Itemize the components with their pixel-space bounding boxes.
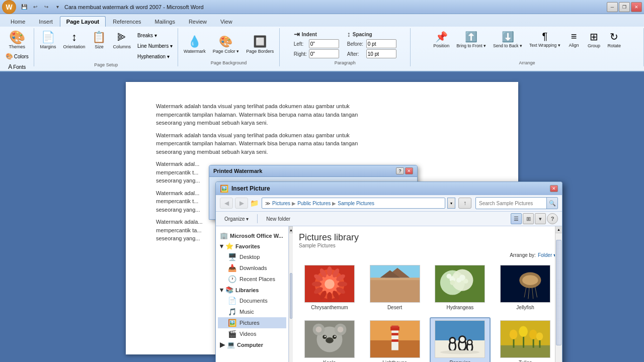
spacing-after-input[interactable]: [366, 49, 396, 58]
minimize-btn[interactable]: ─: [607, 2, 618, 12]
breadcrumb-dropdown-btn[interactable]: ▾: [447, 198, 455, 209]
watermark-close-btn[interactable]: ✕: [405, 167, 413, 174]
themes-icon: 🎨: [9, 31, 25, 44]
nav-back-btn[interactable]: ◀: [220, 198, 233, 209]
redo-quick-btn[interactable]: ↪: [41, 3, 51, 12]
page-color-btn[interactable]: 🎨 Page Color ▾: [210, 34, 242, 55]
file-lighthouse[interactable]: Lighthouse: [364, 317, 426, 362]
columns-icon: ⫸: [116, 31, 127, 44]
view-dropdown-btn[interactable]: ▾: [535, 213, 546, 224]
insert-picture-dialog[interactable]: 🖼️ Insert Picture ✕ ◀ ▶ 📁 ≫ Pictures ▶ P…: [215, 182, 562, 362]
file-hydrangeas[interactable]: Hydrangeas: [430, 262, 491, 313]
help-btn[interactable]: ?: [547, 213, 558, 224]
file-chrysanthemum[interactable]: Chrysanthemum: [299, 262, 360, 313]
ribbon-groups-row: 🎨 Themes 🎨 Colors A Fonts ✨ Effects: [0, 28, 644, 66]
nav-videos[interactable]: 🎬 Videos: [218, 328, 286, 339]
files-scroll-up[interactable]: ▲: [555, 226, 562, 233]
size-btn[interactable]: 📋 Size: [90, 29, 108, 51]
page-borders-btn[interactable]: 🔲 Page Borders: [244, 34, 276, 55]
search-btn[interactable]: 🔍: [546, 198, 557, 209]
insert-picture-close-btn[interactable]: ✕: [550, 185, 558, 192]
breadcrumb-public-pictures[interactable]: Public Pictures: [297, 201, 331, 206]
nav-downloads[interactable]: 📥 Downloads: [218, 262, 286, 274]
restore-btn[interactable]: ❐: [619, 2, 630, 12]
search-input[interactable]: [476, 198, 546, 208]
arrange-by-value[interactable]: Folder ▾: [538, 252, 556, 258]
themes-btn[interactable]: 🎨 Themes: [6, 29, 28, 51]
files-scrollbar[interactable]: ▲ ▼: [555, 226, 562, 362]
file-koala[interactable]: Koala: [299, 317, 360, 362]
position-btn[interactable]: 📌 Position: [431, 29, 452, 50]
tab-mailings[interactable]: Mailings: [148, 16, 182, 27]
file-jellyfish[interactable]: Jellyfish: [495, 262, 556, 313]
nav-libraries[interactable]: ▾ 📚 Libraries: [218, 285, 286, 295]
svg-rect-20: [370, 280, 420, 302]
view-details-btn[interactable]: ☰: [511, 213, 522, 224]
tab-insert[interactable]: Insert: [32, 16, 59, 27]
fonts-btn[interactable]: A Fonts: [6, 62, 28, 72]
group-btn[interactable]: ⊞ Group: [585, 29, 603, 50]
line-numbers-btn[interactable]: Line Numbers ▾: [135, 41, 175, 51]
svg-point-62: [451, 338, 455, 342]
office-button[interactable]: W: [2, 0, 16, 14]
scroll-up-arrow[interactable]: ▲: [289, 226, 293, 233]
spacing-icon: ↕: [347, 30, 351, 38]
orientation-icon: ↕️: [71, 31, 77, 44]
spacing-before-input[interactable]: [366, 39, 396, 48]
tab-view[interactable]: View: [214, 16, 239, 27]
svg-point-7: [338, 282, 348, 287]
save-quick-btn[interactable]: 💾: [19, 3, 29, 12]
indent-right-input[interactable]: [309, 49, 339, 58]
svg-point-30: [457, 278, 462, 283]
breadcrumb-sample-pictures[interactable]: Sample Pictures: [338, 201, 374, 206]
view-tiles-btn[interactable]: ⊞: [523, 213, 534, 224]
file-tulips[interactable]: Tulips: [495, 317, 556, 362]
breaks-btn[interactable]: Breaks ▾: [135, 30, 175, 40]
undo-quick-btn[interactable]: ↩: [30, 3, 40, 12]
address-breadcrumb[interactable]: ≫ Pictures ▶ Public Pictures ▶ Sample Pi…: [262, 198, 445, 209]
watermark-help-btn[interactable]: ?: [396, 167, 404, 174]
nav-computer[interactable]: ▶ 💻 Computer: [218, 339, 286, 350]
customize-quick-btn[interactable]: ▾: [52, 3, 62, 12]
rotate-btn[interactable]: ↻ Rotate: [605, 29, 624, 50]
page-color-icon: 🎨: [219, 35, 232, 48]
tab-home[interactable]: Home: [4, 16, 32, 27]
files-scroll-thumb[interactable]: [556, 240, 561, 345]
nav-desktop[interactable]: 🖥️ Desktop: [218, 251, 286, 262]
indent-left-input[interactable]: [309, 39, 339, 48]
computer-icon: 💻: [227, 341, 235, 348]
columns-btn[interactable]: ⫸ Columns: [110, 29, 133, 51]
breadcrumb-pictures[interactable]: Pictures: [272, 201, 290, 206]
nav-documents[interactable]: 📄 Documents: [218, 295, 286, 306]
align-btn[interactable]: ≡ Align: [565, 29, 583, 49]
nav-scrollbar[interactable]: ▲ ▼: [289, 226, 293, 362]
close-btn[interactable]: ✕: [631, 2, 642, 12]
svg-point-78: [510, 329, 518, 339]
tab-review[interactable]: Review: [182, 16, 213, 27]
hyphenation-btn[interactable]: Hyphenation ▾: [135, 51, 175, 61]
nav-pictures[interactable]: 🖼️ Pictures: [218, 317, 286, 328]
nav-up-btn[interactable]: ↑: [458, 198, 471, 209]
libraries-expand-icon: ▾: [220, 286, 223, 294]
bring-to-front-btn[interactable]: ⬆️ Bring to Front ▾: [454, 29, 489, 50]
thumb-hydrangeas: [435, 265, 485, 303]
tab-page-layout[interactable]: Page Layout: [60, 16, 106, 27]
file-penguins[interactable]: Penguins: [430, 317, 491, 362]
nav-ms-office[interactable]: 🏢 Microsoft Office W...: [218, 230, 286, 241]
orientation-btn[interactable]: ↕️ Orientation: [60, 29, 88, 51]
colors-btn[interactable]: 🎨 Colors: [4, 51, 31, 61]
margins-btn[interactable]: 📄 Margins: [37, 29, 58, 51]
watermark-btn[interactable]: 💧 Watermark: [181, 34, 208, 55]
nav-favorites[interactable]: ▾ ⭐ Favorites: [218, 241, 286, 251]
nav-music[interactable]: 🎵 Music: [218, 306, 286, 317]
send-to-back-btn[interactable]: ⬇️ Send to Back ▾: [491, 29, 525, 50]
new-folder-btn[interactable]: New folder: [262, 213, 295, 224]
watermark-dialog-title: Printed Watermark: [213, 168, 262, 174]
text-wrapping-btn[interactable]: ¶ Text Wrapping ▾: [527, 29, 563, 49]
nav-recent-places[interactable]: 🕐 Recent Places: [218, 274, 286, 285]
organize-btn[interactable]: Organize ▾: [220, 213, 253, 224]
nav-forward-btn[interactable]: ▶: [235, 198, 248, 209]
tab-references[interactable]: References: [106, 16, 147, 27]
file-desert[interactable]: Desert: [364, 262, 426, 313]
scroll-thumb[interactable]: [290, 273, 292, 319]
